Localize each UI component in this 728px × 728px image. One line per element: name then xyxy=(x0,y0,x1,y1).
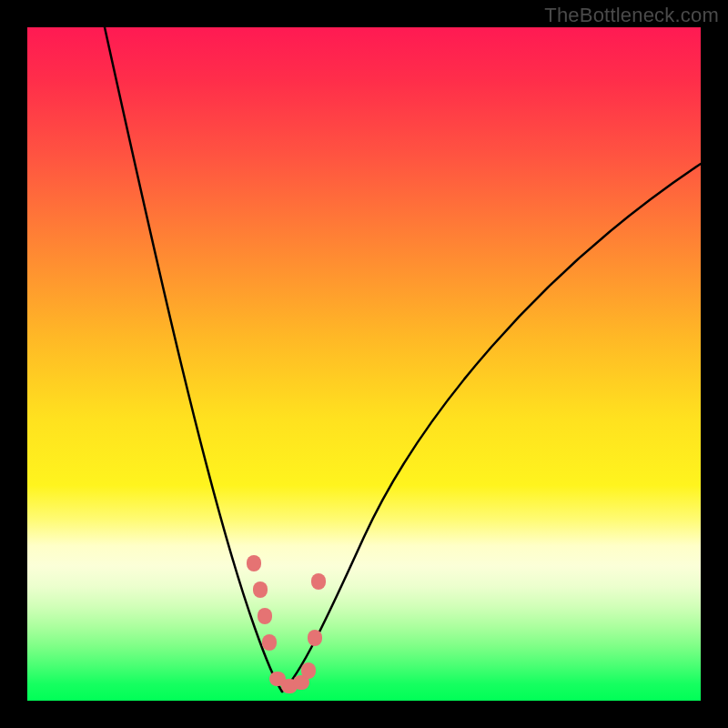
marker-cluster xyxy=(247,555,326,693)
plot-area xyxy=(27,27,701,701)
svg-rect-9 xyxy=(311,573,326,590)
svg-rect-2 xyxy=(258,608,272,624)
curve-layer xyxy=(27,27,701,701)
svg-rect-1 xyxy=(253,581,268,598)
chart-frame: TheBottleneck.com xyxy=(0,0,728,728)
svg-rect-3 xyxy=(262,634,277,651)
curve-right xyxy=(282,164,701,692)
watermark-text: TheBottleneck.com xyxy=(544,4,719,27)
svg-rect-0 xyxy=(247,555,261,571)
svg-rect-7 xyxy=(301,662,316,679)
svg-rect-8 xyxy=(308,630,322,646)
